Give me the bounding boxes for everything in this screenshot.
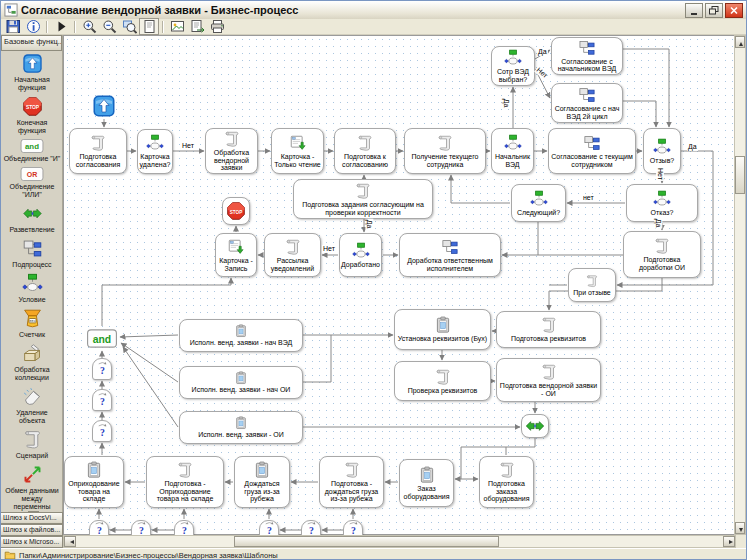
flow-node-proverka-rekv[interactable]: Проверка реквизитов xyxy=(394,361,491,401)
palette-item-delete[interactable]: Удаление объекта xyxy=(1,382,63,425)
scroll-right-button[interactable] xyxy=(723,536,735,547)
minimize-button[interactable] xyxy=(685,3,703,18)
palette-group-button-1[interactable]: Шлюз к файлов... xyxy=(1,524,63,536)
vertical-scroll-thumb[interactable] xyxy=(735,156,745,194)
flow-node-label: Подготовка заказа оборудования xyxy=(482,480,531,503)
arrow-right-icon xyxy=(729,540,735,544)
toolbar-run-button[interactable] xyxy=(51,18,71,35)
palette-item-counter[interactable]: Счетчик xyxy=(1,304,63,339)
palette-item-script[interactable]: Сценарий xyxy=(1,425,63,460)
run-icon xyxy=(54,19,69,34)
flow-node-sogl-nach-ved-2[interactable]: Согласование с нач ВЭД 2й цикл xyxy=(551,83,623,123)
flow-node-nach-ved[interactable]: Начальник ВЭД xyxy=(491,128,534,174)
palette-item-subprocess[interactable]: Подпроцесс xyxy=(1,234,63,269)
flow-node-podg-dozhdatsya[interactable]: Подготовка - дождаться груза из-за рубеж… xyxy=(319,456,384,508)
toolbar-save-button[interactable] xyxy=(3,18,23,35)
flow-node-pri-otzyve[interactable]: При отзыве xyxy=(568,268,616,302)
palette-group-button-2[interactable]: Шлюз к Microso... xyxy=(1,536,63,548)
flow-node-sogl-tek-sotr[interactable]: Согласование с текущим сотрудником xyxy=(548,128,636,174)
flow-node-isp-oi[interactable]: Исполн. венд. заявки - ОИ xyxy=(179,411,303,444)
flow-node-kart-udalena[interactable]: Карточка удалена? xyxy=(137,129,173,174)
vertical-scrollbar[interactable] xyxy=(734,35,746,535)
flow-node-podg-dorab-oi[interactable]: Подготовка доработки ОИ xyxy=(623,231,701,278)
restore-button[interactable] xyxy=(705,3,723,18)
flow-node-podg-zadaniya[interactable]: Подготовка задания согласующим на провер… xyxy=(293,179,433,219)
or-icon xyxy=(20,167,44,181)
statusbar-path: Папки\Администрирование\Бизнес-процессы\… xyxy=(19,551,278,560)
palette-item-stop[interactable]: Конечная функция xyxy=(1,92,63,135)
flow-node-q-2[interactable] xyxy=(92,389,112,411)
flow-node-ustanovka-rekv[interactable]: Установка реквизитов (Бух) xyxy=(394,309,491,350)
flow-node-otzyv[interactable]: Отзыв? xyxy=(643,128,681,174)
scroll-down-button[interactable] xyxy=(735,522,745,534)
flow-node-and-node[interactable] xyxy=(86,326,118,350)
close-icon xyxy=(728,5,740,16)
flow-node-rassylka[interactable]: Рассылка уведомлений xyxy=(264,233,321,277)
palette-item-collection[interactable]: Обработка коллекции xyxy=(1,339,63,382)
flow-node-q-3[interactable] xyxy=(92,420,112,442)
flow-node-podg-rekv[interactable]: Подготовка реквизитов xyxy=(496,311,601,348)
flow-node-dozhdatsya[interactable]: Дождаться груза из-за рубежа xyxy=(234,456,290,508)
close-button[interactable] xyxy=(725,3,743,18)
flow-node-q-1[interactable] xyxy=(92,358,112,380)
palette-item-condition[interactable]: Условие xyxy=(1,269,63,304)
flow-node-sledujuschij[interactable]: Следующий? xyxy=(511,184,566,222)
flow-node-dorabotano[interactable]: Доработано xyxy=(339,233,382,277)
flow-node-dorab-otv[interactable]: Доработка ответственным исполнителем xyxy=(399,233,501,277)
horizontal-scroll-thumb[interactable] xyxy=(234,536,499,547)
flow-node-podg-oprihod[interactable]: Подготовка - Оприходование товара на скл… xyxy=(146,456,224,508)
flow-node-label: Начальник ВЭД xyxy=(494,153,531,168)
flow-node-kart-tch[interactable]: Карточка - Только чтение xyxy=(271,128,324,174)
flow-node-poluch-sotr[interactable]: Получение текущего сотрудника xyxy=(404,128,486,174)
toolbar-zoom-in-button[interactable] xyxy=(79,18,99,35)
flow-node-start[interactable] xyxy=(91,93,117,119)
toolbar-export-image-button[interactable] xyxy=(167,18,187,35)
and-icon xyxy=(87,329,117,348)
flow-node-podg-k-sogl[interactable]: Подготовка к согласованию xyxy=(334,128,396,174)
toolbar-zoom-out-button[interactable] xyxy=(99,18,119,35)
flow-node-zakaz-oborud[interactable]: Заказ оборудования xyxy=(399,459,454,507)
toolbar-info-button[interactable] xyxy=(23,18,43,35)
flow-node-otkaz[interactable]: Отказ? xyxy=(626,184,698,222)
flow-node-kart-zapis[interactable]: Карточка - Запись xyxy=(215,233,257,277)
flow-node-sogl-nach-ved[interactable]: Согласование с начальником ВЭД xyxy=(551,37,623,75)
flow-node-podg-vend-oi[interactable]: Подготовка вендорной заявки - ОИ xyxy=(496,358,601,402)
palette-group-button-0[interactable]: Шлюз к DocsVi... xyxy=(1,512,63,524)
fork-icon xyxy=(22,203,43,224)
flow-node-stop-node[interactable] xyxy=(222,197,250,225)
horizontal-scrollbar[interactable] xyxy=(63,535,736,548)
toolbar-zoom-page-button[interactable] xyxy=(139,18,159,35)
stop-icon xyxy=(226,201,246,221)
flow-node-sotr-ved-vybran[interactable]: Сотр ВЭД выбран? xyxy=(491,46,535,86)
export-file-icon xyxy=(190,19,205,34)
subprocess-icon xyxy=(578,39,596,57)
flow-node-obrab-zayavki[interactable]: Обработка вендорной заявки xyxy=(205,128,258,174)
flow-node-podg-sogl[interactable]: Подготовка согласования xyxy=(69,128,127,174)
palette-item-exchange[interactable]: Обмен данными между переменны xyxy=(1,460,63,515)
flow-node-label: Исполн. венд. заявки - нач ВЭД xyxy=(190,339,292,347)
flow-node-label: Подготовка вендорной заявки - ОИ xyxy=(499,382,598,397)
palette-item-label: Обработка коллекции xyxy=(3,366,61,382)
flow-node-label: Подготовка реквизитов xyxy=(511,335,586,343)
flow-node-oprihod[interactable]: Оприходование товара на складе xyxy=(64,456,124,508)
start-icon xyxy=(22,53,43,74)
toolbar-zoom-selection-button[interactable] xyxy=(119,18,139,35)
toolbar-export-file-button[interactable] xyxy=(187,18,207,35)
flow-node-label: Дождаться груза из-за рубежа xyxy=(237,480,287,503)
flow-node-label: Обработка вендорной заявки xyxy=(208,149,255,172)
flow-node-podg-zakaza[interactable]: Подготовка заказа оборудования xyxy=(479,456,534,508)
palette-item-or[interactable]: Объединение "ИЛИ" xyxy=(1,163,63,199)
flow-node-label: Установка реквизитов (Бух) xyxy=(398,335,487,343)
flow-node-fork-node[interactable] xyxy=(521,414,549,438)
flow-node-isp-nach-oi[interactable]: Исполн. венд. заявки - нач ОИ xyxy=(179,366,303,399)
palette-item-fork[interactable]: Разветвление xyxy=(1,199,63,234)
palette-item-start[interactable]: Начальная функция xyxy=(1,49,63,92)
script-icon xyxy=(540,363,558,381)
scroll-up-button[interactable] xyxy=(735,36,745,48)
flow-node-isp-nach-ved[interactable]: Исполн. венд. заявки - нач ВЭД xyxy=(179,319,303,352)
scroll-left-button[interactable] xyxy=(64,536,76,547)
palette-item-and[interactable]: Объединение "И" xyxy=(1,135,63,163)
subprocess-icon xyxy=(441,238,459,256)
script-icon xyxy=(585,274,599,288)
toolbar-print-button[interactable] xyxy=(207,18,227,35)
